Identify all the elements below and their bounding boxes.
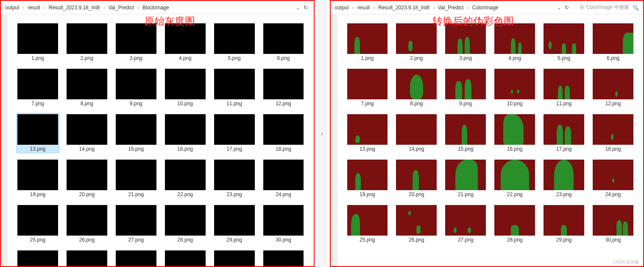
silhouette-blob bbox=[558, 86, 563, 99]
file-item[interactable]: 6.png bbox=[591, 22, 635, 62]
breadcrumb[interactable]: Result_2023.9.18_Int8 bbox=[49, 5, 100, 11]
file-item[interactable]: 9.png bbox=[114, 67, 158, 108]
file-item[interactable]: 31.png bbox=[16, 249, 59, 266]
file-label: 10.png bbox=[177, 101, 193, 107]
file-item[interactable]: 6.png bbox=[262, 22, 305, 62]
file-item[interactable]: 28.png bbox=[493, 204, 536, 244]
file-item[interactable]: 11.png bbox=[542, 67, 585, 108]
file-item[interactable]: 25.png bbox=[16, 204, 59, 244]
file-item[interactable]: 16.png bbox=[164, 113, 207, 153]
breadcrumb[interactable]: result bbox=[28, 5, 40, 11]
file-item[interactable]: 27.png bbox=[114, 204, 158, 244]
silhouette-blob bbox=[465, 37, 470, 54]
file-item[interactable]: 29.png bbox=[542, 204, 585, 244]
file-item[interactable]: 20.png bbox=[65, 158, 109, 199]
chevron-down-icon[interactable]: ⌄ bbox=[296, 5, 300, 11]
file-item[interactable]: 24.png bbox=[591, 158, 635, 199]
file-item[interactable]: 11.png bbox=[213, 67, 256, 108]
file-item[interactable]: 18.png bbox=[591, 113, 635, 153]
pane-divider[interactable]: ‹ bbox=[318, 0, 326, 267]
thumbnail-image bbox=[214, 205, 255, 236]
search-input[interactable]: 在 ColorImage 中搜索 bbox=[576, 4, 629, 11]
breadcrumb[interactable]: result bbox=[357, 5, 370, 11]
file-item[interactable]: 27.png bbox=[444, 204, 487, 244]
file-item[interactable]: 24.png bbox=[262, 158, 305, 199]
file-item[interactable]: 5.png bbox=[542, 22, 585, 62]
breadcrumb[interactable]: BlockImage bbox=[142, 5, 169, 11]
file-item[interactable]: 33.png bbox=[114, 249, 158, 266]
file-item[interactable]: 7.png bbox=[16, 67, 59, 108]
file-item[interactable]: 10.png bbox=[164, 67, 207, 108]
file-item[interactable]: 1.png bbox=[346, 22, 389, 62]
file-item[interactable]: 4.png bbox=[493, 22, 536, 62]
silhouette-blob bbox=[511, 90, 513, 93]
silhouette-blob bbox=[454, 228, 457, 233]
chevron-right-icon: › bbox=[137, 5, 139, 11]
file-item[interactable]: 25.png bbox=[346, 204, 389, 244]
file-item[interactable]: 15.png bbox=[114, 113, 158, 153]
file-item[interactable]: 28.png bbox=[164, 204, 207, 244]
file-item[interactable]: 2.png bbox=[395, 22, 438, 62]
file-item[interactable]: 15.png bbox=[444, 113, 487, 153]
chevron-down-icon[interactable]: ⌄ bbox=[557, 5, 561, 11]
file-item[interactable]: 13.png bbox=[346, 113, 389, 153]
file-label: 24.png bbox=[276, 191, 291, 197]
breadcrumb[interactable]: Val_Predict bbox=[108, 5, 134, 11]
file-item[interactable]: 13.png bbox=[16, 113, 59, 153]
file-item[interactable]: 10.png bbox=[493, 67, 536, 108]
file-item[interactable]: 12.png bbox=[262, 67, 305, 108]
file-item[interactable]: 17.png bbox=[542, 113, 585, 153]
file-item[interactable]: 23.png bbox=[542, 158, 585, 199]
breadcrumb[interactable]: ColorImage bbox=[472, 5, 498, 11]
collapse-left-icon[interactable]: ‹ bbox=[321, 130, 323, 137]
file-item[interactable]: 3.png bbox=[114, 22, 158, 62]
thumbnail-image bbox=[67, 250, 107, 266]
file-item[interactable]: 34.png bbox=[164, 249, 207, 266]
file-item[interactable]: 3.png bbox=[444, 22, 487, 62]
file-item[interactable]: 8.png bbox=[65, 67, 109, 108]
file-item[interactable]: 26.png bbox=[65, 204, 109, 244]
file-item[interactable]: 26.png bbox=[395, 204, 438, 244]
file-item[interactable]: 2.png bbox=[65, 22, 109, 62]
file-item[interactable]: 22.png bbox=[164, 158, 207, 199]
refresh-icon[interactable]: ↻ bbox=[563, 3, 571, 12]
file-item[interactable]: 30.png bbox=[262, 204, 305, 244]
file-item[interactable]: 21.png bbox=[444, 158, 487, 199]
search-icon[interactable]: 🔍 bbox=[633, 5, 639, 11]
file-label: 5.png bbox=[558, 55, 570, 61]
thumbnail-image bbox=[165, 69, 206, 99]
file-item[interactable]: 4.png bbox=[164, 22, 207, 62]
file-item[interactable]: 20.png bbox=[395, 158, 438, 199]
file-item[interactable]: 9.png bbox=[444, 67, 487, 108]
file-item[interactable]: 19.png bbox=[16, 158, 59, 199]
refresh-icon[interactable]: ↻ bbox=[302, 3, 309, 12]
file-item[interactable]: 30.png bbox=[591, 204, 635, 244]
file-item[interactable]: 17.png bbox=[213, 113, 256, 153]
thumbnail-image bbox=[67, 69, 107, 99]
file-item[interactable]: 36.png bbox=[262, 249, 305, 266]
file-item[interactable]: 35.png bbox=[213, 249, 256, 266]
file-item[interactable]: 8.png bbox=[395, 67, 438, 108]
file-item[interactable]: 22.png bbox=[493, 158, 536, 199]
breadcrumb[interactable]: output bbox=[335, 5, 349, 11]
breadcrumb[interactable]: Val_Predict bbox=[438, 5, 463, 11]
file-label: 28.png bbox=[177, 237, 193, 243]
file-item[interactable]: 14.png bbox=[395, 113, 438, 153]
file-item[interactable]: 21.png bbox=[114, 158, 158, 199]
file-item[interactable]: 32.png bbox=[65, 249, 109, 266]
file-item[interactable]: 12.png bbox=[591, 67, 635, 108]
breadcrumb[interactable]: Result_2023.9.18_Int8 bbox=[378, 5, 429, 11]
file-item[interactable]: 16.png bbox=[493, 113, 536, 153]
file-item[interactable]: 14.png bbox=[65, 113, 109, 153]
tree-scrollbar[interactable] bbox=[331, 14, 337, 266]
file-item[interactable]: 5.png bbox=[213, 22, 256, 62]
file-item[interactable]: 19.png bbox=[346, 158, 389, 199]
file-item[interactable]: 23.png bbox=[213, 158, 256, 199]
breadcrumb[interactable]: output bbox=[5, 5, 19, 11]
file-item[interactable]: 1.png bbox=[16, 22, 59, 62]
thumbnail-image bbox=[263, 69, 304, 99]
tree-scrollbar[interactable] bbox=[1, 14, 8, 266]
file-item[interactable]: 18.png bbox=[262, 113, 305, 153]
file-item[interactable]: 7.png bbox=[346, 67, 389, 108]
file-item[interactable]: 29.png bbox=[213, 204, 256, 244]
